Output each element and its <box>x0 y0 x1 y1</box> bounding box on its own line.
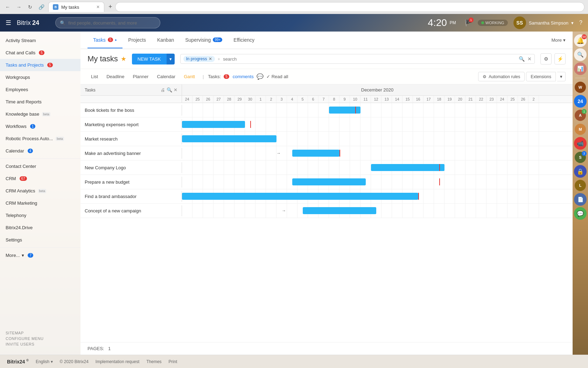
filter-search-icon[interactable]: 🔍 <box>519 56 525 62</box>
sidebar-item-time[interactable]: Time and Reports <box>0 96 80 108</box>
right-lock-icon[interactable]: 🔒 <box>574 165 587 178</box>
sidebar-item-crm-analytics[interactable]: CRM Analytics beta <box>0 185 80 197</box>
tab-projects[interactable]: Projects <box>122 32 152 48</box>
automation-rules-btn[interactable]: ⚙ Automation rules <box>478 72 525 81</box>
tab-more[interactable]: More ▾ <box>551 38 566 43</box>
subnav-gantt[interactable]: Gantt <box>180 73 198 81</box>
comments-link[interactable]: comments <box>233 74 254 79</box>
gantt-bg-cell <box>340 146 350 160</box>
gantt-bg-cell <box>465 146 476 160</box>
url-bar[interactable] <box>115 2 584 12</box>
gantt-bg-cell <box>434 204 444 218</box>
right-user-4[interactable]: S 3 <box>574 151 587 164</box>
gantt-row[interactable]: Make an advertising banner→ <box>80 146 573 161</box>
gantt-row[interactable]: Marketing expenses report <box>80 117 573 132</box>
settings-icon-btn[interactable]: ⚙ <box>540 53 552 64</box>
filter-tag-close[interactable]: ✕ <box>209 56 212 61</box>
sidebar-item-more[interactable]: More... ▾ 7 <box>0 249 80 261</box>
sidebar-item-tasks[interactable]: Tasks and Projects 5 <box>0 59 80 71</box>
gantt-row[interactable]: Prepare a new budget <box>80 175 573 189</box>
footer-themes[interactable]: Themes <box>146 359 161 364</box>
help-button[interactable]: ? <box>579 20 582 26</box>
filter-search-input[interactable] <box>223 56 516 62</box>
footer-implementation[interactable]: Implementation request <box>96 359 139 364</box>
gantt-row[interactable]: Market research <box>80 132 573 146</box>
sidebar-item-workgroups[interactable]: Workgroups <box>0 71 80 83</box>
gantt-row[interactable]: Book tickets for the boss <box>80 103 573 117</box>
filter-area[interactable]: In progress ✕ + 🔍 ✕ <box>180 54 535 64</box>
gantt-dates: 2425262728293012345678910111213141516171… <box>182 96 573 103</box>
right-page-icon[interactable]: 📄 <box>574 193 587 206</box>
gantt-bg-cell <box>518 161 528 175</box>
sidebar-item-rpa[interactable]: Robotic Process Auto... beta <box>0 132 80 145</box>
gantt-date-cell: 25 <box>507 96 518 103</box>
new-task-button[interactable]: NEW TASK <box>132 54 167 64</box>
sidebar-item-calendar[interactable]: Calendar 4 <box>0 145 80 157</box>
gantt-container[interactable]: Tasks 🖨 🔍 ✕ December 2020 24252627282930… <box>80 84 573 355</box>
gantt-print-icon[interactable]: 🖨 <box>161 87 165 93</box>
star-icon[interactable]: ★ <box>121 55 126 63</box>
right-user-3[interactable]: M <box>574 123 587 136</box>
sidebar-item-crm-marketing[interactable]: CRM Marketing <box>0 197 80 209</box>
sidebar-item-activity[interactable]: Activity Stream <box>0 34 80 47</box>
forward-button[interactable]: → <box>15 3 23 11</box>
extensions-dropdown-btn[interactable]: ▾ <box>557 72 566 81</box>
gantt-search-icon[interactable]: 🔍 <box>167 87 172 93</box>
sidebar-item-employees[interactable]: Employees <box>0 83 80 96</box>
invite-users-link[interactable]: INVITE USERS <box>6 342 75 346</box>
footer-print[interactable]: Print <box>169 359 177 364</box>
user-area[interactable]: SS Samantha Simpson ▾ <box>513 16 574 29</box>
gantt-tasks-header: Tasks 🖨 🔍 ✕ <box>80 84 182 95</box>
gantt-row[interactable]: Find a brand ambassador <box>80 189 573 204</box>
right-user-2[interactable]: A 1 <box>574 109 587 122</box>
extensions-btn[interactable]: Extensions <box>526 72 556 81</box>
sidebar-item-telephony[interactable]: Telephony <box>0 209 80 222</box>
sidebar-item-settings[interactable]: Settings <box>0 234 80 246</box>
link-button[interactable]: 🔗 <box>37 3 46 11</box>
read-all-btn[interactable]: ✓ Read all <box>266 74 288 79</box>
right-video-icon[interactable]: 📹 <box>574 137 587 150</box>
right-user-5[interactable]: L <box>574 179 587 192</box>
tab-kanban[interactable]: Kanban <box>152 32 180 48</box>
footer-language[interactable]: English ▾ <box>36 359 53 364</box>
right-user-1[interactable]: W <box>574 81 587 94</box>
sidebar-item-workflows[interactable]: Workflows 1 <box>0 120 80 132</box>
sidebar-item-chat[interactable]: Chat and Calls 5 <box>0 47 80 59</box>
sidebar-item-drive[interactable]: Bitrix24.Drive <box>0 222 80 234</box>
sidebar-item-knowledge[interactable]: Knowledge base beta <box>0 108 80 120</box>
tab-tasks[interactable]: Tasks 5 ▸ <box>88 32 122 48</box>
gantt-row[interactable]: New Company Logo <box>80 161 573 175</box>
lightning-icon-btn[interactable]: ⚡ <box>554 53 566 64</box>
subnav-deadline[interactable]: Deadline <box>103 73 128 81</box>
configure-menu-link[interactable]: CONFIGURE MENU <box>6 336 75 341</box>
filter-tag-in-progress[interactable]: In progress ✕ <box>183 56 215 62</box>
tab-supervising[interactable]: Supervising 99+ <box>180 32 228 48</box>
right-chat-icon[interactable]: 💬 <box>574 207 587 220</box>
hamburger-menu[interactable]: ☰ <box>6 19 11 27</box>
tab-efficiency[interactable]: Efficiency <box>228 32 260 48</box>
gantt-bg-cell <box>424 146 434 160</box>
gantt-close-icon[interactable]: ✕ <box>174 87 177 93</box>
sitemap-link[interactable]: SITEMAP <box>6 331 75 335</box>
gantt-tasks-col-label: Tasks <box>85 88 96 93</box>
new-tab-button[interactable]: + <box>108 3 112 11</box>
filter-clear-icon[interactable]: ✕ <box>527 56 532 62</box>
sidebar-item-contact-center[interactable]: Contact Center <box>0 160 80 172</box>
gantt-bg-cell <box>234 161 245 175</box>
subnav-calendar[interactable]: Calendar <box>153 73 179 81</box>
browser-tab[interactable]: B My tasks ✕ <box>48 2 104 12</box>
search-input[interactable] <box>68 20 156 26</box>
sidebar-item-crm[interactable]: CRM 67 <box>0 172 80 185</box>
tab-close[interactable]: ✕ <box>96 5 100 9</box>
right-notification-24[interactable]: 24 <box>574 95 587 108</box>
right-search-icon[interactable]: 🔍 <box>574 48 587 61</box>
back-button[interactable]: ← <box>4 3 12 11</box>
right-bell-icon[interactable]: 🔔 58 <box>574 34 587 47</box>
reload-button[interactable]: ↻ <box>26 3 34 11</box>
subnav-planner[interactable]: Planner <box>130 73 152 81</box>
search-bar[interactable]: 🔍 <box>55 17 160 28</box>
new-task-dropdown-button[interactable]: ▾ <box>167 54 175 64</box>
subnav-list[interactable]: List <box>88 73 102 81</box>
right-chart-icon[interactable]: 📊 <box>574 62 587 75</box>
gantt-row[interactable]: Concept of a new campaign→ <box>80 204 573 218</box>
